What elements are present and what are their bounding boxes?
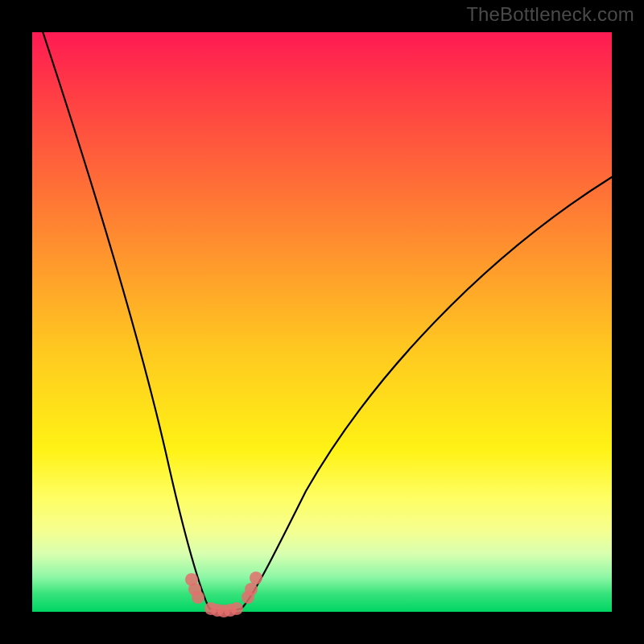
marker-dot	[250, 572, 262, 584]
marker-dot	[245, 583, 258, 596]
outer-frame: TheBottleneck.com	[0, 0, 644, 644]
curve-left-branch	[32, 0, 209, 609]
curve-right-branch	[242, 177, 612, 609]
marker-dot	[192, 591, 204, 604]
marker-dot	[230, 602, 243, 615]
plot-area	[32, 32, 612, 612]
watermark-text: TheBottleneck.com	[466, 3, 634, 26]
chart-svg	[32, 32, 612, 612]
